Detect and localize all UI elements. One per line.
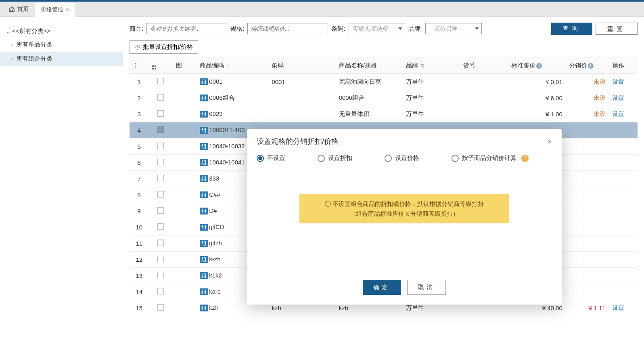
radio-icon [318, 155, 325, 162]
radio-icon [257, 155, 264, 162]
radio-no-set[interactable]: 不设置 [257, 154, 285, 162]
modal-title: 设置规格的分销折扣/价格 [257, 137, 339, 146]
info-line1: 不设置组合商品的折扣或价格，默认根据分销商等级打折 [307, 199, 502, 209]
info-line2: （组合商品标准售价 x 分销商等级折扣） [307, 209, 502, 219]
radio-icon [452, 155, 459, 162]
radio-child-price[interactable]: 按子商品分销价计算? [452, 154, 529, 162]
cancel-button[interactable]: 取消 [407, 280, 446, 295]
radio-discount[interactable]: 设置折扣 [318, 154, 352, 162]
info-box: 不设置组合商品的折扣或价格，默认根据分销商等级打折 （组合商品标准售价 x 分销… [299, 194, 509, 223]
radio-group: 不设置 设置折扣 设置价格 按子商品分销价计算? [257, 154, 552, 162]
close-icon[interactable]: × [547, 137, 552, 146]
radio-icon [385, 155, 392, 162]
modal-set-discount: 设置规格的分销折扣/价格 × 不设置 设置折扣 设置价格 按子商品分销价计算? … [247, 129, 562, 305]
help-icon[interactable]: ? [521, 155, 529, 162]
radio-price[interactable]: 设置价格 [385, 154, 419, 162]
confirm-button[interactable]: 确定 [363, 280, 401, 295]
